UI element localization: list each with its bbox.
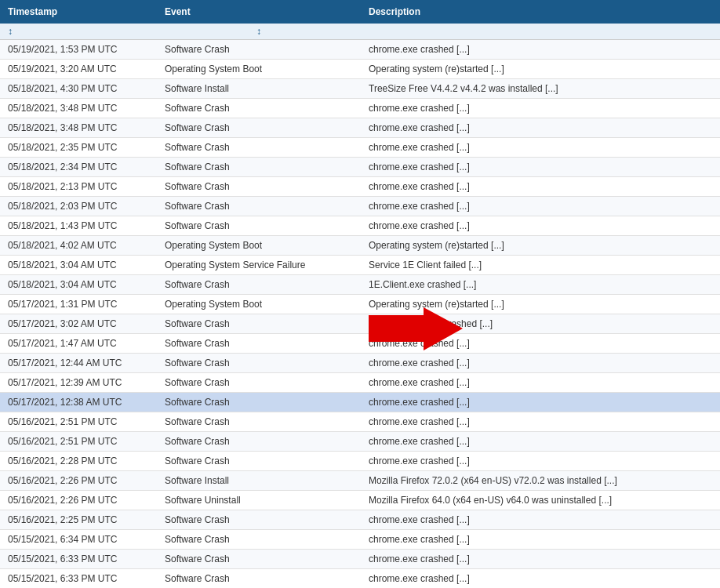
events-table: Timestamp Event Description ↕↕ 05/19/202…	[0, 0, 720, 588]
table-row[interactable]: 05/18/2021, 1:43 PM UTCSoftware Crashchr…	[0, 216, 720, 236]
event-sort-icon[interactable]: ↕	[256, 26, 261, 37]
cell-timestamp: 05/17/2021, 12:44 AM UTC	[0, 354, 157, 373]
table-row[interactable]: 05/17/2021, 1:47 AM UTCSoftware Crashchr…	[0, 334, 720, 354]
table-row[interactable]: 05/17/2021, 12:38 AM UTCSoftware Crashch…	[0, 393, 720, 412]
cell-description: chrome.exe crashed [...]	[361, 99, 720, 118]
cell-description: chrome.exe crashed [...]	[361, 550, 720, 569]
cell-timestamp: 05/17/2021, 1:47 AM UTC	[0, 334, 157, 354]
cell-event: Software Crash	[157, 452, 361, 471]
cell-timestamp: 05/18/2021, 3:48 PM UTC	[0, 118, 157, 138]
cell-description: chrome.exe crashed [...]	[361, 510, 720, 530]
header-description: Description	[361, 0, 720, 24]
cell-timestamp: 05/16/2021, 2:51 PM UTC	[0, 432, 157, 452]
cell-description: chrome.exe crashed [...]	[361, 40, 720, 60]
cell-timestamp: 05/18/2021, 3:04 AM UTC	[0, 256, 157, 275]
cell-description: bad_module_info crashed [...]	[361, 314, 720, 334]
table-row[interactable]: 05/15/2021, 6:33 PM UTCSoftware Crashchr…	[0, 569, 720, 589]
cell-description: chrome.exe crashed [...]	[361, 158, 720, 177]
table-row[interactable]: 05/18/2021, 2:34 PM UTCSoftware Crashchr…	[0, 158, 720, 177]
cell-event: Software Crash	[157, 334, 361, 354]
table-row[interactable]: 05/16/2021, 2:25 PM UTCSoftware Crashchr…	[0, 510, 720, 530]
timestamp-sort-icon[interactable]: ↕	[8, 26, 13, 37]
table-row[interactable]: 05/19/2021, 3:20 AM UTCOperating System …	[0, 60, 720, 79]
cell-timestamp: 05/16/2021, 2:28 PM UTC	[0, 452, 157, 471]
cell-timestamp: 05/15/2021, 6:34 PM UTC	[0, 530, 157, 550]
table-row[interactable]: 05/18/2021, 2:03 PM UTCSoftware Crashchr…	[0, 197, 720, 216]
cell-timestamp: 05/17/2021, 1:31 PM UTC	[0, 295, 157, 314]
table-row[interactable]: 05/18/2021, 2:35 PM UTCSoftware Crashchr…	[0, 138, 720, 158]
cell-event: Software Crash	[157, 197, 361, 216]
table-row[interactable]: 05/17/2021, 3:02 AM UTCSoftware Crashbad…	[0, 314, 720, 334]
cell-event: Software Crash	[157, 393, 361, 412]
table-row[interactable]: 05/16/2021, 2:26 PM UTCSoftware InstallM…	[0, 471, 720, 491]
cell-event: Software Crash	[157, 510, 361, 530]
cell-event: Software Crash	[157, 138, 361, 158]
cell-timestamp: 05/16/2021, 2:25 PM UTC	[0, 510, 157, 530]
cell-timestamp: 05/16/2021, 2:26 PM UTC	[0, 471, 157, 491]
cell-description: Operating system (re)started [...]	[361, 295, 720, 314]
cell-description: Operating system (re)started [...]	[361, 236, 720, 256]
table-row[interactable]: 05/16/2021, 2:51 PM UTCSoftware Crashchr…	[0, 432, 720, 452]
cell-timestamp: 05/16/2021, 2:26 PM UTC	[0, 491, 157, 510]
sort-row: ↕↕	[0, 24, 720, 40]
table-row[interactable]: 05/18/2021, 2:13 PM UTCSoftware Crashchr…	[0, 177, 720, 197]
cell-description: chrome.exe crashed [...]	[361, 354, 720, 373]
cell-event: Operating System Boot	[157, 236, 361, 256]
header-timestamp: Timestamp	[0, 0, 157, 24]
table-row[interactable]: 05/19/2021, 1:53 PM UTCSoftware Crashchr…	[0, 40, 720, 60]
cell-timestamp: 05/16/2021, 2:51 PM UTC	[0, 412, 157, 432]
table-row[interactable]: 05/18/2021, 3:48 PM UTCSoftware Crashchr…	[0, 118, 720, 138]
cell-timestamp: 05/18/2021, 4:30 PM UTC	[0, 79, 157, 99]
cell-timestamp: 05/19/2021, 3:20 AM UTC	[0, 60, 157, 79]
cell-event: Software Crash	[157, 432, 361, 452]
table-row[interactable]: 05/17/2021, 1:31 PM UTCOperating System …	[0, 295, 720, 314]
cell-description: chrome.exe crashed [...]	[361, 569, 720, 589]
cell-event: Operating System Boot	[157, 295, 361, 314]
cell-description: Mozilla Firefox 72.0.2 (x64 en-US) v72.0…	[361, 471, 720, 491]
table-row[interactable]: 05/16/2021, 2:28 PM UTCSoftware Crashchr…	[0, 452, 720, 471]
table-row[interactable]: 05/18/2021, 4:30 PM UTCSoftware InstallT…	[0, 79, 720, 99]
table-row[interactable]: 05/17/2021, 12:39 AM UTCSoftware Crashch…	[0, 373, 720, 393]
cell-description: chrome.exe crashed [...]	[361, 138, 720, 158]
table-row[interactable]: 05/16/2021, 2:51 PM UTCSoftware Crashchr…	[0, 412, 720, 432]
table-row[interactable]: 05/18/2021, 3:48 PM UTCSoftware Crashchr…	[0, 99, 720, 118]
cell-description: Operating system (re)started [...]	[361, 60, 720, 79]
cell-event: Software Crash	[157, 550, 361, 569]
cell-event: Software Install	[157, 79, 361, 99]
cell-description: TreeSize Free V4.4.2 v4.4.2 was installe…	[361, 79, 720, 99]
cell-event: Software Uninstall	[157, 491, 361, 510]
cell-description: chrome.exe crashed [...]	[361, 452, 720, 471]
cell-description: chrome.exe crashed [...]	[361, 393, 720, 412]
table-row[interactable]: 05/15/2021, 6:34 PM UTCSoftware Crashchr…	[0, 530, 720, 550]
cell-description: chrome.exe crashed [...]	[361, 197, 720, 216]
table-row[interactable]: 05/17/2021, 12:44 AM UTCSoftware Crashch…	[0, 354, 720, 373]
cell-timestamp: 05/18/2021, 2:35 PM UTC	[0, 138, 157, 158]
cell-timestamp: 05/18/2021, 2:13 PM UTC	[0, 177, 157, 197]
header-event: Event	[157, 0, 361, 24]
cell-description: chrome.exe crashed [...]	[361, 177, 720, 197]
cell-description: 1E.Client.exe crashed [...]	[361, 275, 720, 295]
cell-timestamp: 05/15/2021, 6:33 PM UTC	[0, 569, 157, 589]
cell-event: Software Crash	[157, 158, 361, 177]
cell-timestamp: 05/18/2021, 4:02 AM UTC	[0, 236, 157, 256]
cell-event: Software Crash	[157, 177, 361, 197]
cell-event: Software Crash	[157, 216, 361, 236]
table-row[interactable]: 05/18/2021, 3:04 AM UTCOperating System …	[0, 256, 720, 275]
cell-event: Software Crash	[157, 530, 361, 550]
table-row[interactable]: 05/15/2021, 6:33 PM UTCSoftware Crashchr…	[0, 550, 720, 569]
table-row[interactable]: 05/16/2021, 2:26 PM UTCSoftware Uninstal…	[0, 491, 720, 510]
cell-description: chrome.exe crashed [...]	[361, 118, 720, 138]
cell-event: Software Crash	[157, 118, 361, 138]
table-row[interactable]: 05/18/2021, 3:04 AM UTCSoftware Crash1E.…	[0, 275, 720, 295]
cell-description: chrome.exe crashed [...]	[361, 530, 720, 550]
cell-timestamp: 05/18/2021, 3:48 PM UTC	[0, 99, 157, 118]
cell-timestamp: 05/17/2021, 12:38 AM UTC	[0, 393, 157, 412]
table-row[interactable]: 05/18/2021, 4:02 AM UTCOperating System …	[0, 236, 720, 256]
cell-event: Software Crash	[157, 412, 361, 432]
header-row: Timestamp Event Description	[0, 0, 720, 24]
cell-event: Operating System Boot	[157, 60, 361, 79]
cell-event: Operating System Service Failure	[157, 256, 361, 275]
main-container: Timestamp Event Description ↕↕ 05/19/202…	[0, 0, 720, 588]
cell-timestamp: 05/18/2021, 3:04 AM UTC	[0, 275, 157, 295]
cell-event: Software Crash	[157, 275, 361, 295]
